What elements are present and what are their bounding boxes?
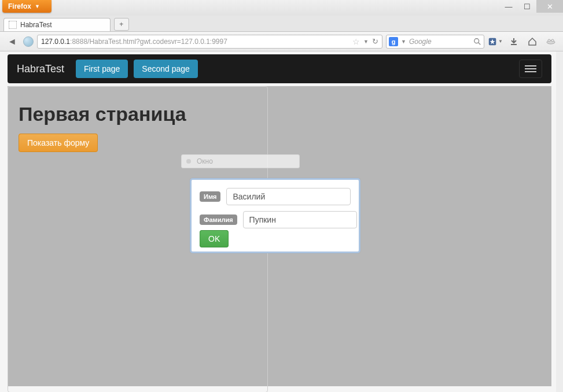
back-button[interactable]: ◄ — [5, 34, 20, 49]
minimize-button[interactable]: — — [499, 0, 518, 13]
url-bar[interactable]: 127.0.0.1:8888/HabraTest.html?gwt.codesv… — [37, 35, 382, 49]
svg-rect-4 — [511, 44, 517, 45]
surname-label: Фамилия — [200, 215, 237, 225]
modal-backdrop: Первая страница Показать форму Окно Имя … — [8, 86, 551, 386]
search-placeholder: Google — [409, 38, 470, 46]
tab-title: HabraTest — [20, 21, 52, 29]
page-title: Первая страница — [19, 103, 257, 125]
google-icon: g — [389, 37, 398, 46]
window-controls: — ☐ ✕ — [499, 0, 563, 13]
home-button[interactable] — [525, 34, 540, 49]
browser-tab[interactable]: HabraTest — [3, 18, 111, 31]
name-label: Имя — [200, 191, 220, 202]
nav-first-page[interactable]: First page — [76, 60, 128, 78]
bookmark-menu-button[interactable]: ▼ — [488, 34, 503, 49]
hamburger-bar-icon — [525, 71, 536, 72]
svg-line-1 — [479, 42, 481, 45]
svg-point-0 — [474, 38, 479, 43]
show-form-button[interactable]: Показать форму — [19, 134, 98, 152]
page-icon — [9, 21, 17, 29]
address-toolbar: ◄ 127.0.0.1:8888/HabraTest.html?gwt.code… — [0, 32, 563, 51]
chevron-down-icon: ▼ — [35, 3, 40, 9]
addon-icon[interactable] — [543, 34, 558, 49]
name-input[interactable] — [226, 188, 351, 205]
url-dropdown-icon[interactable]: ▼ — [363, 39, 369, 45]
hamburger-bar-icon — [525, 65, 536, 66]
app-navbar: HabraTest First page Second page — [8, 54, 551, 83]
firefox-label: Firefox — [8, 2, 31, 10]
form-row-name: Имя — [200, 188, 351, 205]
svg-point-6 — [548, 39, 550, 42]
form-row-surname: Фамилия — [200, 211, 351, 228]
page-content: HabraTest First page Second page Первая … — [8, 54, 551, 386]
hamburger-bar-icon — [525, 68, 536, 69]
reload-icon[interactable]: ↻ — [372, 37, 378, 46]
firefox-titlebar: Firefox ▼ — ☐ ✕ — [0, 0, 563, 16]
ok-button[interactable]: OK — [200, 230, 229, 247]
window-titlebar[interactable]: Окно — [181, 154, 300, 168]
plus-icon: + — [119, 20, 123, 28]
nav-second-page[interactable]: Second page — [134, 60, 198, 78]
new-tab-button[interactable]: + — [114, 18, 129, 31]
bookmark-star-icon[interactable]: ☆ — [352, 37, 360, 46]
url-text: 127.0.0.1:8888/HabraTest.html?gwt.codesv… — [41, 38, 349, 46]
search-icon[interactable] — [473, 38, 481, 46]
window-dot-icon — [186, 159, 191, 164]
vertical-scrollbar[interactable] — [556, 51, 563, 392]
close-button[interactable]: ✕ — [536, 0, 563, 13]
svg-point-7 — [551, 39, 554, 42]
search-bar[interactable]: g ▼ Google — [386, 35, 484, 49]
navbar-toggle[interactable] — [519, 60, 542, 78]
content-viewport: HabraTest First page Second page Первая … — [0, 51, 563, 392]
navbar-brand[interactable]: HabraTest — [17, 63, 64, 75]
downloads-button[interactable] — [506, 34, 521, 49]
window-title: Окно — [197, 157, 213, 165]
search-engine-dropdown-icon[interactable]: ▼ — [401, 39, 406, 45]
site-identity-icon[interactable] — [23, 36, 34, 47]
tab-strip: HabraTest + — [0, 16, 563, 32]
firefox-menu-button[interactable]: Firefox ▼ — [2, 0, 51, 13]
surname-input[interactable] — [243, 211, 357, 228]
maximize-button[interactable]: ☐ — [518, 0, 536, 13]
form-modal: Имя Фамилия OK — [190, 178, 360, 253]
